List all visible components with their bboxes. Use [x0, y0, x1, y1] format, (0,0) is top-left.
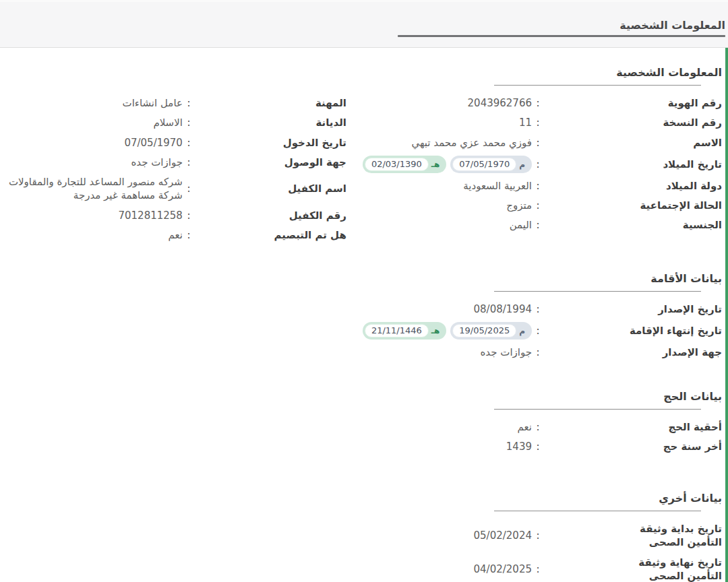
section-title: بيانات أخري — [0, 491, 725, 506]
colon: : — [532, 180, 544, 192]
other-column: تاريخ بداية وثيقة التأمين الصحى : 05/02/… — [372, 522, 723, 582]
field-label: تاريخ نهاية وثيقة التأمين الصحى — [544, 556, 722, 582]
field-label: أحقية الحج — [544, 420, 722, 434]
gregorian-calendar-letter: م — [516, 159, 530, 170]
field-label: الجنسية — [544, 218, 722, 232]
section-title: المعلومات الشخصية — [0, 65, 725, 80]
gregorian-date-badge: 19/05/2025 م — [450, 322, 532, 340]
colon: : — [532, 563, 544, 575]
field-value: 07/05/1970 — [5, 136, 183, 150]
section-residence-data: بيانات الأقامة تاريخ الإصدار : 08/08/199… — [0, 271, 725, 360]
field-label: الاسم — [544, 136, 722, 150]
section-title: بيانات الحج — [0, 389, 725, 404]
hajj-column: أحقية الحج : نعم أخر سنة حج : 1439 — [372, 420, 723, 454]
field-entry-date: تاريخ الدخول : 07/05/1970 — [5, 136, 346, 150]
field-value: العربية السعودية — [363, 179, 532, 193]
field-label: دولة الميلاد — [544, 179, 722, 193]
empty-column — [5, 522, 356, 582]
colon: : — [532, 421, 544, 433]
hijri-date-badge: 02/03/1390 هـ — [363, 156, 446, 173]
field-birth-date: تاريخ الميلاد : 07/05/1970 م 02/03/1390 … — [363, 156, 722, 173]
gregorian-calendar-letter: م — [516, 325, 530, 336]
active-tab-indicator — [398, 35, 725, 37]
field-value: 04/02/2025 — [372, 562, 533, 576]
field-value: 2043962766 — [363, 96, 532, 110]
field-residence-expiry-date: تاريخ إنتهاء الإقامة : 19/05/2025 م 21/1… — [363, 322, 722, 340]
field-label: رقم الهوية — [544, 96, 722, 110]
tab-bar: المعلومات الشخصية — [0, 0, 728, 48]
field-label: اسم الكفيل — [195, 182, 346, 195]
colon: : — [532, 199, 544, 212]
colon: : — [532, 219, 544, 231]
field-nationality: الجنسية : اليمن — [363, 218, 722, 232]
field-sponsor-number: رقم الكفيل : 7012811258 — [5, 209, 346, 222]
field-value: فوزي محمد عزي محمد تبهي — [363, 136, 532, 150]
field-value: متزوج — [363, 199, 532, 212]
colon: : — [183, 97, 195, 109]
field-issuing-authority: جهة الإصدار : جوازات جده — [363, 346, 722, 359]
colon: : — [532, 97, 544, 109]
field-value: الاسلام — [5, 116, 183, 129]
hijri-calendar-letter: هـ — [429, 159, 444, 170]
field-label: جهة الإصدار — [544, 346, 722, 359]
colon: : — [532, 303, 544, 315]
tab-personal-information[interactable]: المعلومات الشخصية — [398, 19, 725, 47]
empty-column — [5, 302, 346, 360]
hijri-date-badge: 21/11/1446 هـ — [363, 322, 446, 340]
field-value: 05/02/2024 — [372, 529, 533, 542]
field-label: تاريخ الإصدار — [544, 302, 722, 316]
hijri-calendar-letter: هـ — [429, 325, 444, 336]
field-value: شركه منصور المساعد للتجارة والمقاولات شر… — [5, 175, 183, 203]
field-value: 19/05/2025 م 21/11/1446 هـ — [363, 322, 532, 340]
section-title: بيانات الأقامة — [0, 271, 725, 286]
personal-information-panel: المعلومات الشخصية رقم الهوية : 204396276… — [0, 48, 728, 582]
field-insurance-end-date: تاريخ نهاية وثيقة التأمين الصحى : 04/02/… — [372, 556, 723, 582]
colon: : — [532, 158, 544, 170]
field-issue-date: تاريخ الإصدار : 08/08/1994 — [363, 302, 722, 316]
section-personal-information: المعلومات الشخصية رقم الهوية : 204396276… — [0, 65, 725, 242]
field-value: 1439 — [372, 440, 533, 453]
field-label: الحالة الإجتماعية — [544, 199, 722, 212]
section-other-data: بيانات أخري تاريخ بداية وثيقة التأمين ال… — [0, 491, 725, 582]
section-hajj-data: بيانات الحج أحقية الحج : نعم أخر سنة حج … — [0, 389, 725, 454]
colon: : — [183, 117, 195, 129]
gregorian-date-badge: 07/05/1970 م — [450, 156, 532, 173]
gregorian-date: 07/05/1970 — [452, 158, 516, 171]
field-value: 7012811258 — [5, 209, 183, 222]
residence-column: تاريخ الإصدار : 08/08/1994 تاريخ إنتهاء … — [363, 302, 722, 360]
colon: : — [183, 229, 195, 241]
personal-info-right-column: رقم الهوية : 2043962766 رقم النسخة : 11 … — [363, 96, 722, 242]
field-value: نعم — [372, 420, 533, 434]
field-id-number: رقم الهوية : 2043962766 — [363, 96, 722, 110]
field-religion: الديانة : الاسلام — [5, 116, 346, 129]
field-label: هل تم التبصيم — [195, 228, 346, 242]
field-value: نعم — [5, 228, 183, 242]
field-label: رقم الكفيل — [195, 209, 346, 222]
field-value: جوازات جده — [363, 346, 532, 359]
field-version-number: رقم النسخة : 11 — [363, 116, 722, 129]
field-last-hajj-year: أخر سنة حج : 1439 — [372, 440, 723, 453]
field-value: 08/08/1994 — [363, 302, 532, 316]
field-value: 11 — [363, 116, 532, 129]
tab-personal-information-label: المعلومات الشخصية — [398, 19, 725, 32]
colon: : — [532, 137, 544, 149]
field-label: جهة الوصول — [195, 156, 346, 169]
colon: : — [183, 183, 195, 195]
field-label: تاريخ بداية وثيقة التأمين الصحى — [544, 522, 722, 550]
field-birth-country: دولة الميلاد : العربية السعودية — [363, 179, 722, 193]
field-value: جوازات جده — [5, 156, 183, 169]
field-value: 07/05/1970 م 02/03/1390 هـ — [363, 156, 532, 173]
field-hajj-eligibility: أحقية الحج : نعم — [372, 420, 723, 434]
colon: : — [532, 325, 544, 337]
field-sponsor-name: اسم الكفيل : شركه منصور المساعد للتجارة … — [5, 175, 346, 203]
personal-info-left-column: المهنة : عامل انشاءات الديانة : الاسلام … — [5, 96, 346, 242]
field-label: أخر سنة حج — [544, 440, 722, 453]
gregorian-date: 19/05/2025 — [452, 324, 516, 337]
field-name: الاسم : فوزي محمد عزي محمد تبهي — [363, 136, 722, 150]
field-label: تاريخ إنتهاء الإقامة — [544, 324, 722, 337]
field-label: المهنة — [195, 96, 346, 110]
field-marital-status: الحالة الإجتماعية : متزوج — [363, 199, 722, 212]
field-label: تاريخ الدخول — [195, 136, 346, 150]
hijri-date: 21/11/1446 — [365, 324, 429, 337]
colon: : — [183, 156, 195, 168]
